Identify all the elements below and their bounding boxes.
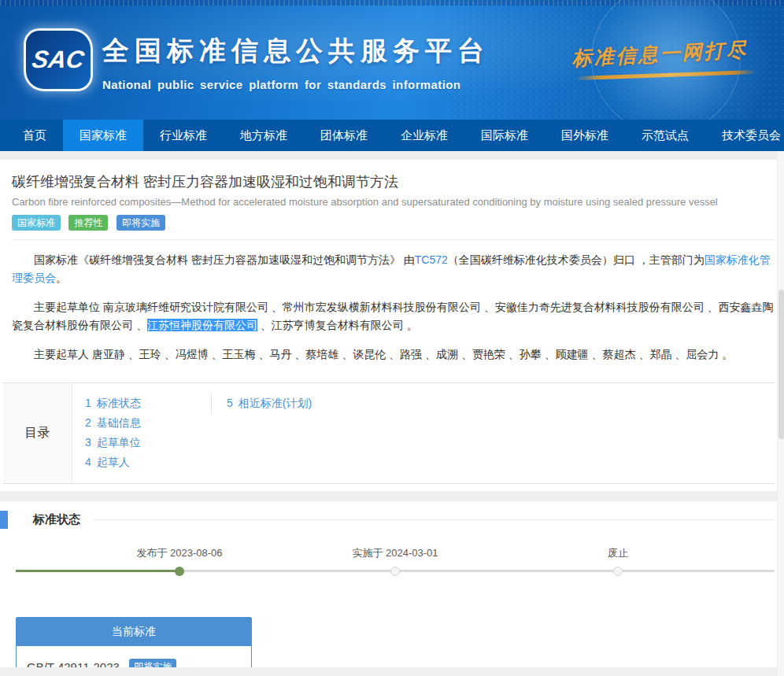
timeline-label-abolished: 废止 xyxy=(608,546,628,560)
nav-item-local-standards[interactable]: 地方标准 xyxy=(224,120,304,151)
toc-item-basic-info[interactable]: 2基础信息 xyxy=(85,413,211,433)
committee-text-prefix: 国家标准《碳纤维增强复合材料 密封压力容器加速吸湿和过饱和调节方法》 由 xyxy=(34,253,415,266)
section-separator-band xyxy=(0,491,784,501)
nav-item-enterprise-standards[interactable]: 企业标准 xyxy=(384,120,464,151)
standard-badges: 国家标准 推荐性 即将实施 xyxy=(12,215,775,231)
standard-title-english: Carbon fibre reinforced composites—Metho… xyxy=(12,196,775,208)
page-scrollbar xyxy=(777,151,784,676)
standard-header-block: 碳纤维增强复合材料 密封压力容器加速吸湿和过饱和调节方法 Carbon fibr… xyxy=(12,160,775,240)
toc-item-drafting-units[interactable]: 3起草单位 xyxy=(85,433,211,453)
toc-item-label: 相近标准(计划) xyxy=(239,397,312,409)
timeline-dot-abolished xyxy=(613,567,623,576)
section-marker-bar xyxy=(0,511,8,529)
paragraph-drafters: 主要起草人 唐亚静 、王玲 、冯煜博 、王玉梅 、马丹 、蔡培雄 、谈昆伦 、路… xyxy=(12,345,775,364)
toc-item-number: 4 xyxy=(85,456,91,468)
toc-column-2: 5相近标准(计划) xyxy=(211,393,312,415)
toc-item-standard-status[interactable]: 1标准状态 xyxy=(85,393,211,413)
standard-title: 碳纤维增强复合材料 密封压力容器加速吸湿和过饱和调节方法 xyxy=(12,172,775,191)
status-section: 标准状态 发布于 2023-08-06 实施于 2024-03-01 废止 当前… xyxy=(0,511,784,676)
committee-text-suffix: 。 xyxy=(56,272,67,284)
toc-item-label: 标准状态 xyxy=(97,397,141,409)
nav-item-industry-standards[interactable]: 行业标准 xyxy=(143,120,224,151)
table-of-contents: 目录 1标准状态 2基础信息 3起草单位 4起草人 5相近标准(计划) xyxy=(3,382,775,484)
toc-item-number: 2 xyxy=(85,416,91,429)
toc-columns: 1标准状态 2基础信息 3起草单位 4起草人 5相近标准(计划) xyxy=(72,383,312,483)
toc-item-drafters[interactable]: 4起草人 xyxy=(85,453,211,472)
timeline-progress xyxy=(16,570,180,572)
nav-separator-strip xyxy=(0,151,784,160)
section-header-rule xyxy=(93,519,775,520)
nav-item-group-standards[interactable]: 团体标准 xyxy=(304,120,384,151)
timeline-dot-published xyxy=(175,567,184,576)
highlighted-company-text: 江苏恒神股份有限公司 xyxy=(147,319,257,331)
toc-item-number: 1 xyxy=(85,397,91,409)
standard-status-timeline: 发布于 2023-08-06 实施于 2024-03-01 废止 xyxy=(12,545,775,593)
standard-description: 国家标准《碳纤维增强复合材料 密封压力容器加速吸湿和过饱和调节方法》 由TC57… xyxy=(12,251,775,364)
site-subtitle: National public service platform for sta… xyxy=(102,78,490,91)
nav-item-home[interactable]: 首页 xyxy=(6,120,63,151)
nav-item-foreign-standards[interactable]: 国外标准 xyxy=(545,120,625,151)
scrollbar-thumb[interactable] xyxy=(778,290,784,439)
paragraph-committee: 国家标准《碳纤维增强复合材料 密封压力容器加速吸湿和过饱和调节方法》 由TC57… xyxy=(12,251,775,287)
nav-item-technical-committees[interactable]: 技术委员会 xyxy=(705,120,784,151)
site-title-block: 全国标准信息公共服务平台 National public service pla… xyxy=(102,33,490,91)
current-standard-card-header: 当前标准 xyxy=(17,618,251,646)
badge-national-standard: 国家标准 xyxy=(12,215,61,231)
sac-logo-text: SAC xyxy=(31,46,87,74)
status-section-header: 标准状态 xyxy=(12,511,775,529)
drafting-units-suffix: 、江苏亨博复合材料有限公司 。 xyxy=(257,319,418,331)
nav-item-international-standards[interactable]: 国际标准 xyxy=(464,120,545,151)
timeline-label-implemented: 实施于 2024-03-01 xyxy=(352,546,438,560)
site-header: SAC 全国标准信息公共服务平台 National public service… xyxy=(0,0,784,120)
toc-item-number: 5 xyxy=(227,397,233,409)
site-title: 全国标准信息公共服务平台 xyxy=(102,33,490,69)
toc-label: 目录 xyxy=(3,383,72,483)
toc-item-label: 起草单位 xyxy=(97,436,141,449)
status-section-title: 标准状态 xyxy=(33,512,80,527)
nav-item-national-standards[interactable]: 国家标准 xyxy=(63,120,143,151)
timeline-label-published: 发布于 2023-08-06 xyxy=(136,546,222,560)
sac-logo[interactable]: SAC xyxy=(24,28,93,91)
timeline-dot-implemented xyxy=(390,567,400,576)
main-navigation: 首页 国家标准 行业标准 地方标准 团体标准 企业标准 国际标准 国外标准 示范… xyxy=(0,120,784,151)
nav-item-pilot-programs[interactable]: 示范试点 xyxy=(625,120,705,151)
badge-recommended: 推荐性 xyxy=(68,215,108,231)
bottom-separator-band xyxy=(0,667,784,676)
main-content: 碳纤维增强复合材料 密封压力容器加速吸湿和过饱和调节方法 Carbon fibr… xyxy=(0,160,784,484)
paragraph-drafting-units: 主要起草单位 南京玻璃纤维研究设计院有限公司 、常州市宏发纵横新材料科技股份有限… xyxy=(12,298,775,334)
toc-item-label: 起草人 xyxy=(97,456,130,468)
toc-item-number: 3 xyxy=(85,436,91,449)
tc572-link[interactable]: TC572 xyxy=(415,253,448,266)
toc-item-label: 基础信息 xyxy=(97,416,141,429)
toc-column-1: 1标准状态 2基础信息 3起草单位 4起草人 xyxy=(72,393,211,472)
badge-upcoming-implementation: 即将实施 xyxy=(116,215,165,231)
toc-item-similar-standards[interactable]: 5相近标准(计划) xyxy=(227,393,312,413)
committee-text-middle: （全国碳纤维标准化技术委员会）归口 ，主管部门为 xyxy=(448,253,704,266)
